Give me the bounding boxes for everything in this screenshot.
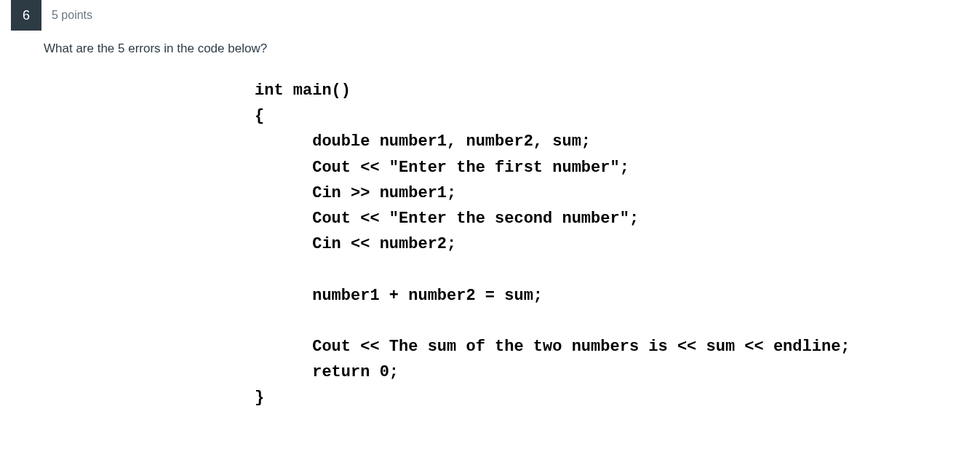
question-number-text: 6 <box>23 8 30 23</box>
question-prompt: What are the 5 errors in the code below? <box>44 41 980 56</box>
question-number-badge: 6 <box>11 0 41 31</box>
question-container: 6 5 points What are the 5 errors in the … <box>11 0 980 410</box>
question-points: 5 points <box>41 0 103 31</box>
code-block: int main() { double number1, number2, su… <box>255 78 980 410</box>
question-header: 6 5 points <box>11 0 980 31</box>
